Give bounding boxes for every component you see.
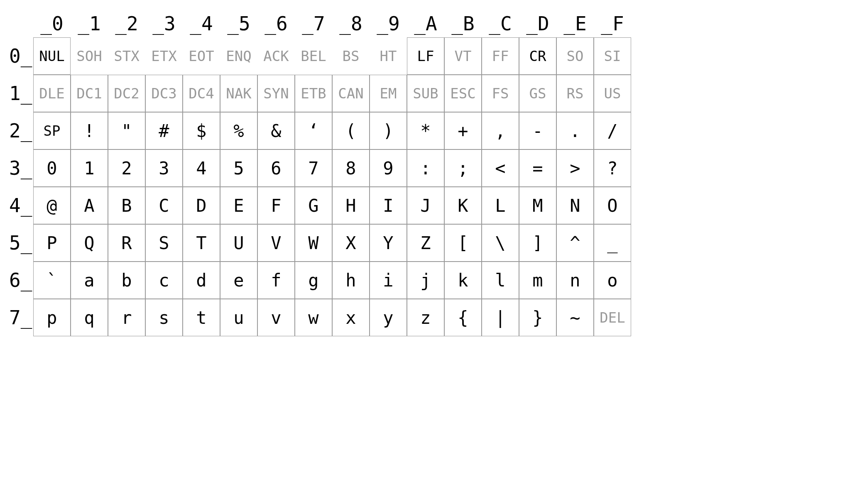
ascii-cell: ] xyxy=(519,224,556,262)
col-header: _C xyxy=(482,8,519,37)
ascii-cell: N xyxy=(556,187,594,224)
ascii-cell: D xyxy=(183,187,220,224)
ascii-cell: BS xyxy=(332,37,370,75)
ascii-cell: j xyxy=(407,262,444,299)
ascii-cell: { xyxy=(444,299,482,336)
ascii-cell: } xyxy=(519,299,556,336)
ascii-table: _0_1_2_3_4_5_6_7_8_9_A_B_C_D_E_F0_NULSOH… xyxy=(8,8,854,336)
ascii-cell: Z xyxy=(407,224,444,262)
ascii-cell: W xyxy=(295,224,332,262)
ascii-cell: P xyxy=(33,224,71,262)
ascii-cell: STX xyxy=(108,37,145,75)
ascii-cell: ; xyxy=(444,149,482,187)
ascii-cell: NAK xyxy=(220,75,257,112)
ascii-cell: M xyxy=(519,187,556,224)
ascii-cell: < xyxy=(482,149,519,187)
ascii-cell: T xyxy=(183,224,220,262)
ascii-cell: SOH xyxy=(71,37,108,75)
ascii-cell: - xyxy=(519,112,556,149)
ascii-cell: NUL xyxy=(33,37,71,75)
ascii-cell: u xyxy=(220,299,257,336)
col-header: _6 xyxy=(257,8,295,37)
ascii-cell: ESC xyxy=(444,75,482,112)
ascii-cell: DC2 xyxy=(108,75,145,112)
ascii-cell: Y xyxy=(370,224,407,262)
ascii-cell: s xyxy=(145,299,183,336)
ascii-cell: _ xyxy=(594,224,631,262)
ascii-cell: % xyxy=(220,112,257,149)
ascii-cell: ENQ xyxy=(220,37,257,75)
row-header: 5_ xyxy=(8,224,33,262)
ascii-cell: US xyxy=(594,75,631,112)
ascii-cell: l xyxy=(482,262,519,299)
row-header: 0_ xyxy=(8,37,33,75)
col-header: _F xyxy=(594,8,631,37)
ascii-cell: O xyxy=(594,187,631,224)
ascii-cell: G xyxy=(295,187,332,224)
ascii-cell: q xyxy=(71,299,108,336)
ascii-cell: y xyxy=(370,299,407,336)
ascii-cell: ` xyxy=(33,262,71,299)
ascii-cell: 0 xyxy=(33,149,71,187)
ascii-cell: HT xyxy=(370,37,407,75)
ascii-cell: ! xyxy=(71,112,108,149)
ascii-cell: L xyxy=(482,187,519,224)
ascii-cell: a xyxy=(71,262,108,299)
ascii-cell: SO xyxy=(556,37,594,75)
ascii-cell: " xyxy=(108,112,145,149)
ascii-cell: 2 xyxy=(108,149,145,187)
ascii-cell: n xyxy=(556,262,594,299)
ascii-cell: J xyxy=(407,187,444,224)
ascii-cell: 8 xyxy=(332,149,370,187)
ascii-cell: BEL xyxy=(295,37,332,75)
ascii-cell: DC4 xyxy=(183,75,220,112)
ascii-cell: k xyxy=(444,262,482,299)
col-header: _5 xyxy=(220,8,257,37)
ascii-cell: LF xyxy=(407,37,444,75)
ascii-cell: ^ xyxy=(556,224,594,262)
col-header: _7 xyxy=(295,8,332,37)
ascii-cell: 6 xyxy=(257,149,295,187)
ascii-cell: X xyxy=(332,224,370,262)
row-header: 2_ xyxy=(8,112,33,149)
ascii-cell: SP xyxy=(33,112,71,149)
col-header: _1 xyxy=(71,8,108,37)
ascii-cell: 1 xyxy=(71,149,108,187)
ascii-cell: m xyxy=(519,262,556,299)
col-header: _8 xyxy=(332,8,370,37)
ascii-cell: . xyxy=(556,112,594,149)
col-header: _9 xyxy=(370,8,407,37)
ascii-cell: h xyxy=(332,262,370,299)
ascii-cell: & xyxy=(257,112,295,149)
col-header: _A xyxy=(407,8,444,37)
ascii-cell: t xyxy=(183,299,220,336)
ascii-cell: DEL xyxy=(594,299,631,336)
ascii-cell: U xyxy=(220,224,257,262)
ascii-cell: ETB xyxy=(295,75,332,112)
ascii-cell: $ xyxy=(183,112,220,149)
ascii-cell: 5 xyxy=(220,149,257,187)
ascii-cell: VT xyxy=(444,37,482,75)
row-header: 6_ xyxy=(8,262,33,299)
ascii-cell: > xyxy=(556,149,594,187)
ascii-cell: + xyxy=(444,112,482,149)
ascii-cell: R xyxy=(108,224,145,262)
ascii-cell: [ xyxy=(444,224,482,262)
ascii-cell: S xyxy=(145,224,183,262)
ascii-cell: z xyxy=(407,299,444,336)
ascii-cell: @ xyxy=(33,187,71,224)
ascii-cell: E xyxy=(220,187,257,224)
ascii-cell: d xyxy=(183,262,220,299)
ascii-cell: C xyxy=(145,187,183,224)
ascii-cell: f xyxy=(257,262,295,299)
row-header: 3_ xyxy=(8,149,33,187)
ascii-cell: \ xyxy=(482,224,519,262)
ascii-cell: ‘ xyxy=(295,112,332,149)
ascii-cell: b xyxy=(108,262,145,299)
ascii-cell: DLE xyxy=(33,75,71,112)
ascii-cell: I xyxy=(370,187,407,224)
ascii-cell: / xyxy=(594,112,631,149)
ascii-cell: 4 xyxy=(183,149,220,187)
ascii-cell: ~ xyxy=(556,299,594,336)
ascii-cell: DC1 xyxy=(71,75,108,112)
